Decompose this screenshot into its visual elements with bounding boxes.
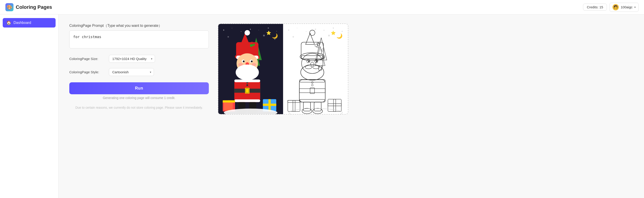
svg-point-35 — [251, 60, 253, 62]
svg-rect-60 — [268, 99, 271, 112]
svg-point-29 — [254, 42, 256, 44]
colored-preview: ✦ * ✦ ✦ * ✦ * ❄ ❄ ❄ 🌙 — [218, 24, 283, 114]
outline-santa-svg: ✦ * ✦ ❄ ❄ ✦ ❄ ❄ ❄ 🌙 ⭐ — [283, 24, 348, 114]
colored-santa-svg: ✦ * ✦ ✦ * ✦ * ❄ ❄ ❄ 🌙 — [218, 24, 283, 114]
home-icon: 🏠 — [6, 20, 11, 25]
sidebar: 🏠 Dashboard — [0, 15, 58, 198]
svg-text:*: * — [258, 30, 259, 31]
sidebar-item-dashboard[interactable]: 🏠 Dashboard — [3, 18, 56, 28]
preview-container: ✦ * ✦ ✦ * ✦ * ❄ ❄ ❄ 🌙 — [218, 24, 348, 115]
svg-text:❄: ❄ — [263, 34, 265, 37]
header-brand: 🎨 Coloring Pages — [6, 3, 52, 11]
size-select-wrapper: 512×512 Standard 1024×1024 HD 1792×1024 … — [109, 55, 155, 63]
style-select[interactable]: Cartoonish Realistic Mandala Simple — [109, 68, 154, 76]
svg-text:❄: ❄ — [341, 30, 343, 33]
chevron-down-icon: ▾ — [634, 6, 636, 9]
svg-text:❄: ❄ — [328, 34, 330, 37]
sidebar-item-label: Dashboard — [14, 21, 31, 25]
svg-text:❄: ❄ — [323, 30, 325, 31]
svg-text:✦: ✦ — [267, 27, 269, 29]
svg-text:✦: ✦ — [240, 31, 242, 32]
svg-point-41 — [236, 64, 259, 80]
svg-text:⭐: ⭐ — [266, 30, 271, 35]
preview-section: ✦ * ✦ ✦ * ✦ * ❄ ❄ ❄ 🌙 — [218, 24, 348, 115]
outline-preview: ✦ * ✦ ❄ ❄ ✦ ❄ ❄ ❄ 🌙 ⭐ — [283, 24, 348, 114]
run-button[interactable]: Run — [69, 82, 209, 94]
app-logo: 🎨 — [6, 3, 14, 11]
credits-badge: Credits: 15 — [583, 4, 607, 11]
svg-text:✦: ✦ — [223, 29, 224, 31]
svg-text:❄: ❄ — [314, 28, 316, 30]
svg-rect-57 — [224, 103, 233, 111]
main-layout: 🏠 Dashboard ColoringPage Prompt（Type wha… — [0, 15, 644, 198]
content-wrapper: ColoringPage Prompt（Type what you want t… — [69, 24, 633, 115]
svg-text:✦: ✦ — [332, 27, 334, 29]
svg-point-30 — [251, 42, 253, 44]
svg-point-34 — [243, 60, 244, 62]
svg-text:⭐: ⭐ — [331, 30, 336, 35]
logo-emoji: 🎨 — [7, 5, 12, 10]
svg-point-93 — [308, 61, 310, 62]
header-actions: Credits: 15 🧑 100aigc ▾ — [583, 3, 638, 12]
svg-rect-48 — [234, 80, 260, 82]
size-label: ColoringPage Size: — [69, 57, 105, 61]
svg-text:*: * — [296, 27, 297, 29]
size-field-row: ColoringPage Size: 512×512 Standard 1024… — [69, 55, 209, 63]
svg-point-94 — [316, 61, 317, 62]
size-select[interactable]: 512×512 Standard 1024×1024 HD 1792×1024 … — [109, 55, 155, 63]
main-content: ColoringPage Prompt（Type what you want t… — [58, 15, 644, 198]
svg-text:🌙: 🌙 — [336, 33, 342, 39]
svg-text:✦: ✦ — [306, 31, 307, 32]
avatar: 🧑 — [612, 4, 619, 10]
svg-text:❄: ❄ — [227, 36, 229, 38]
svg-text:✦: ✦ — [250, 28, 251, 30]
app-header: 🎨 Coloring Pages Credits: 15 🧑 100aigc ▾ — [0, 0, 644, 15]
username-label: 100aigc — [620, 5, 632, 9]
svg-text:*: * — [276, 30, 277, 33]
svg-point-46 — [246, 84, 248, 86]
style-select-wrapper: Cartoonish Realistic Mandala Simple ▾ — [109, 68, 154, 76]
svg-rect-45 — [246, 88, 249, 93]
app-title: Coloring Pages — [16, 4, 52, 10]
svg-text:*: * — [232, 27, 232, 29]
disclaimer-text: Due to certain reasons, we currently do … — [69, 105, 209, 110]
svg-text:❄: ❄ — [292, 36, 294, 38]
user-menu[interactable]: 🧑 100aigc ▾ — [610, 3, 638, 12]
style-label: ColoringPage Style: — [69, 70, 105, 74]
svg-text:🌙: 🌙 — [272, 33, 278, 39]
svg-text:✦: ✦ — [288, 29, 289, 31]
svg-rect-49 — [234, 100, 260, 102]
form-section: ColoringPage Prompt（Type what you want t… — [69, 24, 209, 110]
credit-note: Generating one coloring page will consum… — [69, 96, 209, 100]
prompt-label: ColoringPage Prompt（Type what you want t… — [69, 24, 209, 28]
prompt-input[interactable] — [69, 30, 209, 48]
style-field-row: ColoringPage Style: Cartoonish Realistic… — [69, 68, 209, 76]
svg-point-24 — [244, 30, 250, 36]
